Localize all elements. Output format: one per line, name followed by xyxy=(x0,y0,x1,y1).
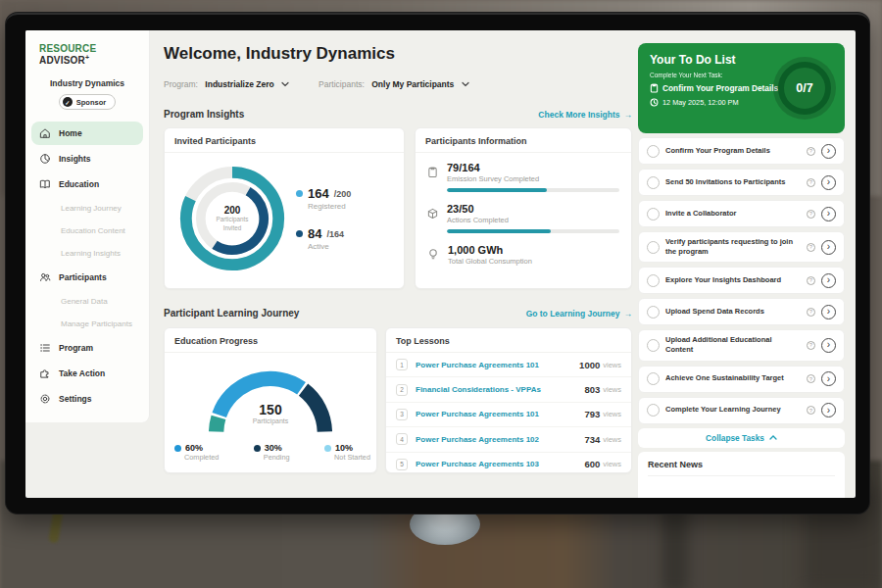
chevron-right-icon[interactable]: › xyxy=(821,403,836,417)
book-icon xyxy=(39,178,51,190)
lesson-row[interactable]: 2 Financial Considerations - VPPAs 803 v… xyxy=(386,377,631,402)
program-filter-value: Industrialize Zero xyxy=(205,79,273,89)
top-lessons-card: Top Lessons 1 Power Purchase Agreements … xyxy=(385,327,632,473)
checkbox-circle-icon[interactable] xyxy=(647,176,660,189)
chevron-right-icon[interactable]: › xyxy=(821,144,836,159)
sidebar-item-take-action[interactable]: Take Action xyxy=(31,362,143,385)
checkbox-circle-icon[interactable] xyxy=(647,339,660,352)
legend-value: 84 xyxy=(308,226,321,241)
checkbox-circle-icon[interactable] xyxy=(647,372,660,385)
sidebar-item-home[interactable]: Home xyxy=(31,122,143,145)
todo-item[interactable]: Complete Your Learning Journey ? › xyxy=(638,397,845,424)
dashboard-screen: RESOURCE ADVISOR+ Industry Dynamics ✓ Sp… xyxy=(25,30,856,498)
checkbox-circle-icon[interactable] xyxy=(647,274,660,287)
participants-filter-value: Only My Participants xyxy=(371,79,454,89)
lesson-link[interactable]: Power Purchase Agreements 103 xyxy=(416,460,584,468)
checkbox-circle-icon[interactable] xyxy=(647,208,660,220)
todo-item[interactable]: Verify participants requesting to join t… xyxy=(638,231,845,263)
education-progress-card: Education Progress 150 Participants 60% … xyxy=(164,327,377,473)
checkbox-circle-icon[interactable] xyxy=(647,145,660,158)
brand-secondary: ADVISOR xyxy=(39,55,85,66)
sidebar-item-label: General Data xyxy=(61,297,108,306)
stat-value: 79/164 xyxy=(447,162,619,173)
chevron-right-icon[interactable]: › xyxy=(821,338,836,353)
collapse-tasks-link[interactable]: Collapse Tasks xyxy=(638,428,845,448)
check-more-insights-link[interactable]: Check More Insights→ xyxy=(538,110,632,120)
next-task: Confirm Your Program Details xyxy=(650,83,779,93)
sidebar-item-manage-participants[interactable]: Manage Participants xyxy=(31,314,143,334)
lesson-link[interactable]: Financial Considerations - VPPAs xyxy=(416,385,584,394)
lesson-row[interactable]: 3 Power Purchase Agreements 101 793 view… xyxy=(386,403,631,427)
chevron-right-icon[interactable]: › xyxy=(821,273,836,288)
legend-value: 164 xyxy=(308,186,329,201)
todo-item-label: Upload Additional Educational Content xyxy=(665,335,801,355)
todo-item[interactable]: Send 50 Invitations to Participants ? › xyxy=(638,169,845,196)
sidebar-item-learning-insights[interactable]: Learning Insights xyxy=(31,243,143,264)
sidebar-item-education-content[interactable]: Education Content xyxy=(31,220,143,241)
legend-dot xyxy=(324,445,331,452)
todo-item-label: Send 50 Invitations to Participants xyxy=(665,177,801,187)
chevron-right-icon[interactable]: › xyxy=(821,305,836,319)
todo-item-label: Complete Your Learning Journey xyxy=(665,405,801,415)
clipboard-icon xyxy=(427,166,438,178)
link-label: Check More Insights xyxy=(538,110,619,120)
filter-bar: Program: Industrialize Zero Participants… xyxy=(164,79,469,89)
sidebar: RESOURCE ADVISOR+ Industry Dynamics ✓ Sp… xyxy=(25,30,150,422)
participants-filter[interactable]: Participants: Only My Participants xyxy=(318,79,469,89)
todo-item[interactable]: Explore Your Insights Dashboard ? › xyxy=(638,267,845,294)
checkbox-circle-icon[interactable] xyxy=(647,306,660,318)
lesson-link[interactable]: Power Purchase Agreements 101 xyxy=(416,361,579,369)
stat-value: 1,000 GWh xyxy=(448,244,532,256)
sidebar-item-program[interactable]: Program xyxy=(31,336,143,360)
donut-legend: 164 /200 Registered 84 /164 Active xyxy=(296,186,351,251)
chevron-right-icon[interactable]: › xyxy=(821,240,836,255)
lesson-views: 793 xyxy=(584,409,600,419)
go-to-learning-journey-link[interactable]: Go to Learning Journey→ xyxy=(526,309,632,318)
lesson-link[interactable]: Power Purchase Agreements 102 xyxy=(416,435,584,444)
sidebar-item-label: Education Content xyxy=(61,226,125,235)
todo-item-label: Verify participants requesting to join t… xyxy=(665,237,801,257)
arrow-right-icon: → xyxy=(624,110,633,120)
link-label: Go to Learning Journey xyxy=(526,309,620,318)
card-title: Invited Participants xyxy=(165,128,404,153)
sidebar-item-participants[interactable]: Participants xyxy=(31,266,143,289)
recent-news-card: Recent News xyxy=(638,452,845,499)
views-word: views xyxy=(603,361,621,369)
card-title: Participants Information xyxy=(416,128,631,153)
lesson-row[interactable]: 5 Power Purchase Agreements 103 600 view… xyxy=(386,453,631,474)
sidebar-item-insights[interactable]: Insights xyxy=(31,147,143,171)
checkbox-circle-icon[interactable] xyxy=(647,404,660,416)
participants-icon xyxy=(39,271,51,283)
donut-center-label: Invited xyxy=(223,224,242,232)
chevron-right-icon[interactable]: › xyxy=(821,175,836,190)
education-gauge-chart: 150 Participants xyxy=(197,363,344,445)
checkbox-circle-icon[interactable] xyxy=(647,241,660,254)
org-name: Industry Dynamics xyxy=(25,78,149,88)
todo-item[interactable]: Invite a Collaborator ? › xyxy=(638,200,845,227)
lesson-row[interactable]: 4 Power Purchase Agreements 102 734 view… xyxy=(386,427,631,452)
clock-icon xyxy=(650,98,659,107)
todo-item[interactable]: Achieve One Sustainability Target ? › xyxy=(638,366,845,393)
sidebar-item-label: Settings xyxy=(59,394,92,404)
todo-summary-card: Your To Do List Complete Your Next Task:… xyxy=(638,43,845,133)
help-icon: ? xyxy=(807,210,815,219)
todo-item[interactable]: Upload Additional Educational Content ? … xyxy=(638,329,845,361)
help-icon: ? xyxy=(807,276,815,285)
todo-item[interactable]: Confirm Your Program Details ? › xyxy=(638,137,845,165)
sidebar-item-settings[interactable]: Settings xyxy=(31,387,143,411)
sidebar-item-label: Manage Participants xyxy=(61,319,132,328)
sidebar-item-learning-journey[interactable]: Learning Journey xyxy=(31,198,143,219)
card-title: Top Lessons xyxy=(386,328,631,353)
chevron-right-icon[interactable]: › xyxy=(821,207,836,221)
sidebar-item-education[interactable]: Education xyxy=(31,172,143,196)
lesson-link[interactable]: Power Purchase Agreements 101 xyxy=(416,410,584,418)
legend-value: 30% xyxy=(265,443,282,453)
lesson-row[interactable]: 1 Power Purchase Agreements 101 1000 vie… xyxy=(386,353,631,377)
sponsor-badge-label: Sponsor xyxy=(76,98,106,107)
todo-item[interactable]: Upload Spend Data Records ? › xyxy=(638,298,845,325)
program-filter[interactable]: Program: Industrialize Zero xyxy=(164,79,289,89)
chevron-right-icon[interactable]: › xyxy=(821,371,836,386)
insights-icon xyxy=(39,153,51,165)
sidebar-item-general-data[interactable]: General Data xyxy=(31,291,143,312)
legend-total: /164 xyxy=(326,229,344,239)
